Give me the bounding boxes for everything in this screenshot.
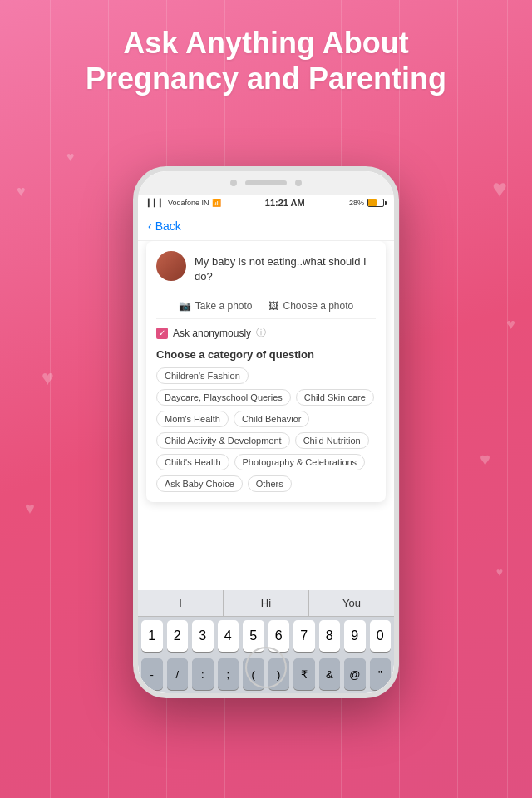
key-0[interactable]: 0 [370, 620, 392, 652]
battery-percent: 28% [349, 199, 364, 207]
category-tag[interactable]: Children's Fashion [156, 367, 249, 384]
key-sym-58[interactable]: : [192, 658, 214, 690]
key-2[interactable]: 2 [167, 620, 189, 652]
headline: Ask Anything About Pregnancy and Parenti… [0, 25, 532, 96]
key-8[interactable]: 8 [319, 620, 341, 652]
suggestion-hi[interactable]: Hi [224, 590, 309, 616]
key-sym-64[interactable]: @ [344, 658, 366, 690]
category-tag[interactable]: Daycare, Playschool Queries [156, 389, 291, 406]
key-4[interactable]: 4 [218, 620, 239, 652]
ask-anonymously-row: ✓ Ask anonymously ⓘ [156, 326, 376, 340]
suggestion-you[interactable]: You [309, 590, 394, 616]
question-header: My baby is not eating..what should I do? [156, 251, 376, 284]
category-tag[interactable]: Child's Health [156, 454, 229, 470]
decoration-line [50, 0, 51, 798]
decoration-line [507, 0, 508, 798]
take-photo-button[interactable]: 📷 Take a photo [179, 300, 253, 312]
category-tag[interactable]: Child Skin care [296, 389, 374, 406]
back-chevron-icon: ‹ [148, 219, 152, 233]
carrier-name: Vodafone IN [168, 199, 209, 207]
avatar [156, 251, 186, 281]
tags-grid: Children's FashionDaycare, Playschool Qu… [156, 367, 376, 492]
info-icon: ⓘ [256, 326, 266, 340]
take-photo-label: Take a photo [195, 300, 253, 312]
question-card: My baby is not eating..what should I do?… [146, 241, 386, 502]
anon-label: Ask anonymously [173, 328, 251, 339]
suggestion-i[interactable]: I [138, 590, 224, 616]
key-sym-47[interactable]: / [167, 658, 189, 690]
phone-speaker [245, 180, 287, 185]
key-1[interactable]: 1 [141, 620, 163, 652]
key-9[interactable]: 9 [344, 620, 366, 652]
battery-fill [368, 200, 377, 206]
status-bar: ▎▎▎ Vodafone IN 📶 11:21 AM 28% [138, 195, 394, 211]
category-tag[interactable]: Mom's Health [156, 411, 229, 427]
category-title: Choose a category of question [156, 348, 376, 361]
phone-top-bar [138, 171, 394, 195]
keyboard-suggestions: I Hi You [138, 590, 394, 617]
category-tag[interactable]: Child Nutrition [295, 432, 369, 449]
time-display: 11:21 AM [265, 198, 305, 208]
camera-icon: 📷 [179, 300, 191, 312]
key-sym-59[interactable]: ; [218, 658, 239, 690]
wifi-icon: 📶 [212, 199, 221, 207]
back-label: Back [155, 219, 181, 233]
anon-checkbox[interactable]: ✓ [156, 328, 168, 339]
question-text[interactable]: My baby is not eating..what should I do? [195, 251, 376, 284]
front-camera [230, 180, 237, 186]
photo-actions: 📷 Take a photo 🖼 Choose a photo [156, 293, 376, 319]
key-sym-34[interactable]: " [370, 658, 392, 690]
key-sym-8377[interactable]: ₹ [293, 658, 315, 690]
key-3[interactable]: 3 [192, 620, 214, 652]
image-icon: 🖼 [268, 300, 278, 312]
category-tag[interactable]: Photography & Celebrations [234, 454, 366, 470]
decoration-line [399, 0, 400, 798]
phone-mockup: ▎▎▎ Vodafone IN 📶 11:21 AM 28% ‹ Back [133, 166, 399, 698]
back-button[interactable]: ‹ Back [148, 219, 181, 233]
category-tag[interactable]: Child Activity & Development [156, 432, 290, 449]
carrier-info: ▎▎▎ Vodafone IN 📶 [148, 199, 221, 207]
battery-icon [367, 199, 384, 207]
front-sensor [295, 180, 302, 186]
decoration-line [457, 0, 458, 798]
key-sym-45[interactable]: - [141, 658, 163, 690]
key-7[interactable]: 7 [293, 620, 315, 652]
category-tag[interactable]: Ask Baby Choice [156, 475, 243, 492]
nav-bar: ‹ Back [138, 211, 394, 241]
decoration-line [108, 0, 109, 798]
category-tag[interactable]: Child Behavior [234, 411, 310, 427]
key-sym-38[interactable]: & [319, 658, 341, 690]
choose-photo-button[interactable]: 🖼 Choose a photo [268, 300, 353, 312]
signal-icon: ▎▎▎ [148, 199, 165, 207]
battery-area: 28% [349, 199, 384, 207]
home-button[interactable] [245, 647, 287, 688]
category-tag[interactable]: Others [248, 475, 292, 492]
choose-photo-label: Choose a photo [283, 300, 353, 312]
